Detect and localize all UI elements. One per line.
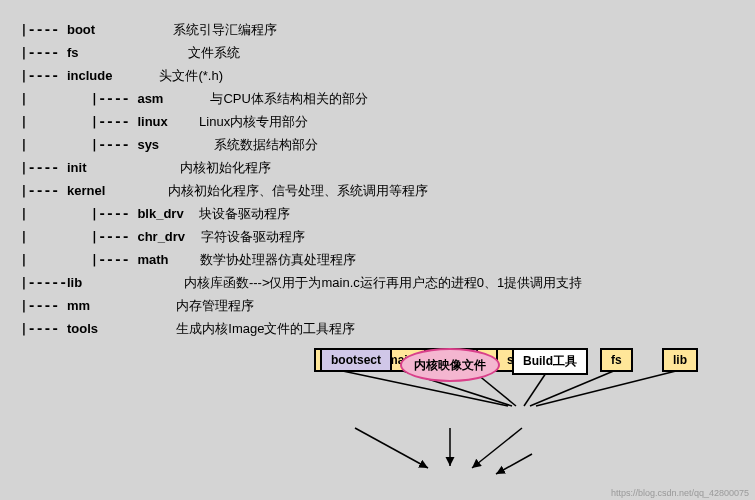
tree-dir-name: fs (67, 41, 79, 64)
box-bootsect: bootsect (320, 348, 392, 372)
tree-desc: 内核初始化程序、信号处理、系统调用等程序 (168, 179, 428, 202)
tree-desc: 头文件(*.h) (159, 64, 223, 87)
box-build-tool: Build工具 (512, 348, 588, 375)
tree-prefix: | |---- (20, 202, 137, 225)
svg-line-9 (496, 454, 532, 474)
tree-dir-name: boot (67, 18, 95, 41)
tree-row: | |---- chr_drv 字符设备驱动程序 (20, 225, 755, 248)
tree-prefix: |----- (20, 271, 67, 294)
tree-dir-name: kernel (67, 179, 105, 202)
tree-desc: 内核初始化程序 (180, 156, 271, 179)
tree-desc: 与CPU体系结构相关的部分 (210, 87, 367, 110)
svg-line-4 (530, 370, 616, 406)
box-lib: lib (662, 348, 698, 372)
tree-desc: 内存管理程序 (176, 294, 254, 317)
tree-dir-name: blk_drv (137, 202, 183, 225)
tree-prefix: | |---- (20, 87, 137, 110)
tree-prefix: |---- (20, 64, 67, 87)
tree-desc: 系统数据结构部分 (214, 133, 318, 156)
tree-desc: 文件系统 (188, 41, 240, 64)
tree-dir-name: lib (67, 271, 82, 294)
tree-row: | |---- blk_drv 块设备驱动程序 (20, 202, 755, 225)
tree-desc: 块设备驱动程序 (199, 202, 290, 225)
tree-dir-name: mm (67, 294, 90, 317)
tree-prefix: | |---- (20, 110, 137, 133)
tree-dir-name: tools (67, 317, 98, 340)
tree-row: |---- kernel 内核初始化程序、信号处理、系统调用等程序 (20, 179, 755, 202)
tree-row: |-----lib 内核库函数--->仅用于为main.c运行再用户态的进程0、… (20, 271, 755, 294)
tree-prefix: |---- (20, 294, 67, 317)
tree-dir-name: init (67, 156, 87, 179)
tree-desc: 系统引导汇编程序 (173, 18, 277, 41)
tree-row: | |---- linux Linux内核专用部分 (20, 110, 755, 133)
tree-prefix: |---- (20, 18, 67, 41)
tree-prefix: |---- (20, 156, 67, 179)
tree-desc: 生成内核Image文件的工具程序 (176, 317, 355, 340)
svg-line-8 (472, 428, 522, 468)
tree-prefix: | |---- (20, 133, 137, 156)
svg-line-6 (355, 428, 428, 468)
tree-desc: 数学协处理器仿真处理程序 (200, 248, 356, 271)
tree-row: | |---- math 数学协处理器仿真处理程序 (20, 248, 755, 271)
tree-row: |---- include 头文件(*.h) (20, 64, 755, 87)
tree-row: |---- boot 系统引导汇编程序 (20, 18, 755, 41)
tree-dir-name: asm (137, 87, 163, 110)
watermark: https://blog.csdn.net/qq_42800075 (611, 488, 749, 498)
tree-prefix: | |---- (20, 248, 137, 271)
kernel-image-ellipse: 内核映像文件 (400, 348, 500, 382)
tree-desc: Linux内核专用部分 (199, 110, 308, 133)
build-diagram: head main kernel mm fs lib bootsect setu… (300, 348, 740, 498)
tree-row: |---- init 内核初始化程序 (20, 156, 755, 179)
tree-row: |---- tools 生成内核Image文件的工具程序 (20, 317, 755, 340)
tree-dir-name: sys (137, 133, 159, 156)
box-fs: fs (600, 348, 633, 372)
svg-line-3 (524, 370, 548, 406)
tree-dir-name: chr_drv (137, 225, 185, 248)
tree-prefix: |---- (20, 317, 67, 340)
tree-dir-name: linux (137, 110, 167, 133)
tree-dir-name: include (67, 64, 113, 87)
tree-row: |---- mm 内存管理程序 (20, 294, 755, 317)
tree-prefix: |---- (20, 41, 67, 64)
tree-dir-name: math (137, 248, 168, 271)
tree-prefix: | |---- (20, 225, 137, 248)
tree-desc: 字符设备驱动程序 (201, 225, 305, 248)
tree-row: | |---- asm 与CPU体系结构相关的部分 (20, 87, 755, 110)
svg-line-5 (536, 370, 680, 406)
tree-prefix: |---- (20, 179, 67, 202)
tree-row: | |---- sys 系统数据结构部分 (20, 133, 755, 156)
tree-desc: 内核库函数--->仅用于为main.c运行再用户态的进程0、1提供调用支持 (184, 271, 582, 294)
directory-tree: |---- boot 系统引导汇编程序|---- fs 文件系统|---- in… (0, 0, 755, 340)
tree-row: |---- fs 文件系统 (20, 41, 755, 64)
